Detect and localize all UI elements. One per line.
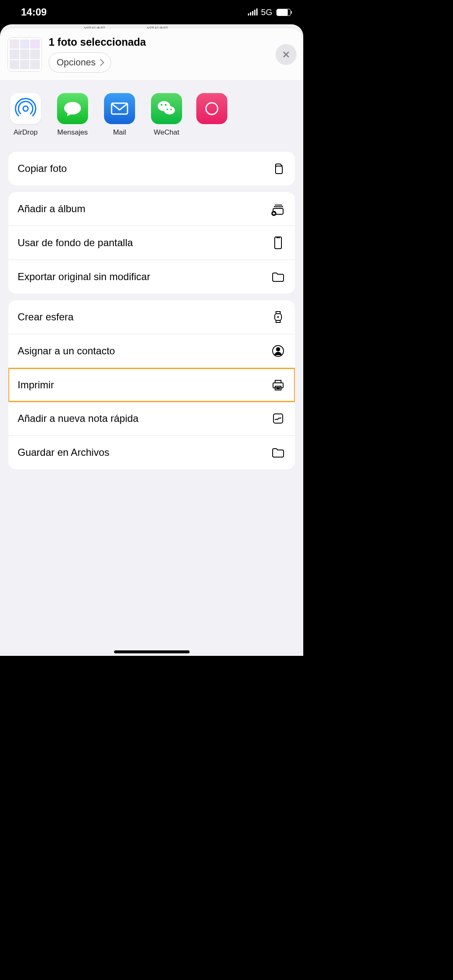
wechat-icon (151, 93, 182, 124)
app-mail[interactable]: Mail (103, 93, 136, 137)
sheet-title: 1 foto seleccionada (49, 36, 146, 48)
chevron-right-icon (97, 59, 104, 66)
action-set-wallpaper[interactable]: Usar de fondo de pantalla (8, 226, 295, 260)
action-copy-photo[interactable]: Copiar foto (8, 152, 295, 185)
app-more[interactable] (197, 93, 230, 137)
action-group-1: Copiar foto (8, 152, 295, 185)
phone-icon (271, 235, 286, 250)
share-apps-row[interactable]: AirDrop Mensajes Mail WeChat (0, 81, 303, 148)
action-add-to-album[interactable]: Añadir a álbum (8, 192, 295, 226)
action-label: Crear esfera (18, 311, 73, 323)
svg-point-6 (167, 109, 168, 110)
share-sheet: 1 foto seleccionada Opciones AirDrop (0, 29, 303, 656)
action-label: Exportar original sin modificar (18, 271, 150, 283)
action-group-2: Añadir a álbum Usar de fondo de pantalla… (8, 192, 295, 294)
svg-rect-9 (276, 166, 282, 174)
network-label: 5G (261, 8, 272, 17)
action-label: Guardar en Archivos (18, 447, 109, 458)
close-icon (281, 50, 291, 59)
airdrop-icon (10, 93, 41, 124)
background-layer: Y得起来吗 Y得起来吗 1 foto seleccionada Opciones (0, 24, 303, 656)
folder-icon (271, 269, 286, 284)
app-label: Mail (113, 128, 126, 137)
svg-point-17 (276, 348, 280, 351)
printer-icon (271, 377, 286, 393)
svg-rect-12 (275, 237, 281, 249)
messages-icon (57, 93, 88, 124)
status-right: 5G (248, 8, 291, 17)
action-label: Añadir a nueva nota rápida (18, 413, 138, 424)
app-label: Mensajes (57, 128, 88, 137)
watch-icon (271, 309, 286, 325)
app-label: AirDrop (13, 128, 38, 137)
sheet-header: 1 foto seleccionada Opciones (0, 29, 303, 81)
action-label: Copiar foto (18, 163, 67, 174)
copy-icon (271, 161, 286, 176)
app-more-icon (196, 93, 227, 124)
svg-point-4 (161, 104, 162, 106)
action-label: Usar de fondo de pantalla (18, 237, 133, 249)
app-wechat[interactable]: WeChat (150, 93, 183, 137)
mail-icon (104, 93, 135, 124)
svg-point-3 (164, 106, 175, 114)
action-print[interactable]: Imprimir (8, 368, 295, 402)
svg-point-5 (165, 104, 167, 106)
signal-icon (248, 9, 258, 16)
close-button[interactable] (276, 44, 297, 65)
svg-point-15 (278, 317, 279, 317)
action-create-watchface[interactable]: Crear esfera (8, 300, 295, 334)
svg-point-0 (23, 106, 28, 111)
app-label: WeChat (154, 128, 179, 137)
contact-icon (271, 343, 286, 359)
quick-note-icon (271, 411, 286, 426)
folder-icon (271, 445, 286, 460)
add-album-icon (271, 201, 286, 216)
action-group-3: Crear esfera Asignar a un contacto Impri… (8, 300, 295, 469)
status-time: 14:09 (21, 6, 47, 18)
action-label: Imprimir (18, 379, 54, 391)
home-indicator[interactable] (114, 650, 190, 653)
action-export-original[interactable]: Exportar original sin modificar (8, 260, 295, 294)
battery-icon (276, 9, 291, 16)
svg-rect-19 (275, 380, 281, 383)
app-airdrop[interactable]: AirDrop (9, 93, 42, 137)
svg-point-7 (170, 109, 172, 110)
action-assign-contact[interactable]: Asignar a un contacto (8, 334, 295, 368)
svg-point-8 (206, 103, 218, 114)
action-save-to-files[interactable]: Guardar en Archivos (8, 436, 295, 469)
options-button[interactable]: Opciones (49, 52, 111, 73)
action-add-quick-note[interactable]: Añadir a nueva nota rápida (8, 402, 295, 436)
action-label: Asignar a un contacto (18, 345, 115, 357)
options-label: Opciones (57, 57, 96, 68)
action-label: Añadir a álbum (18, 203, 85, 215)
status-bar: 14:09 5G (0, 0, 303, 24)
selected-photo-thumbnail[interactable] (8, 37, 42, 72)
app-messages[interactable]: Mensajes (56, 93, 89, 137)
